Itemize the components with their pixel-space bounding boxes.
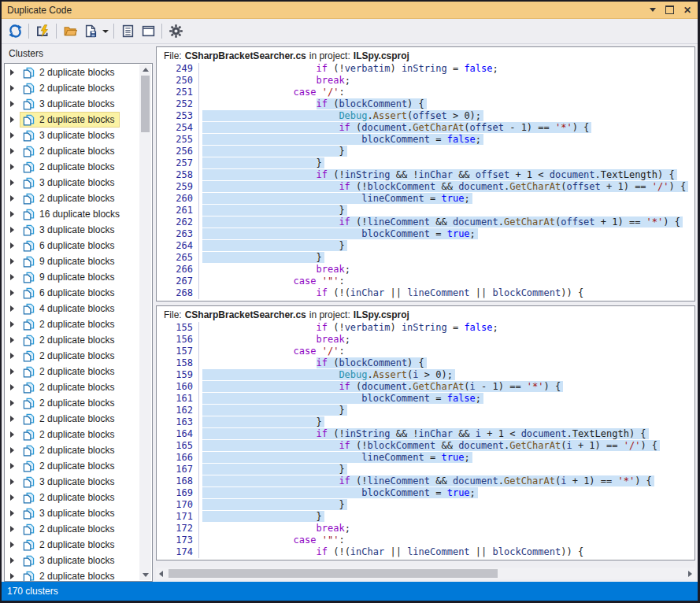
expander-icon[interactable] — [10, 463, 14, 469]
cluster-tree-item[interactable]: 2 duplicate blocks — [5, 191, 139, 206]
expander-icon[interactable] — [10, 573, 14, 579]
cluster-tree-item[interactable]: 3 duplicate blocks — [5, 175, 139, 191]
expander-icon[interactable] — [10, 101, 14, 107]
cluster-tree-item[interactable]: 2 duplicate blocks — [5, 442, 139, 458]
expander-icon[interactable] — [10, 479, 14, 485]
code-line[interactable]: 162 } — [157, 405, 694, 416]
expander-icon[interactable] — [10, 447, 14, 453]
cluster-tree-item[interactable]: 3 duplicate blocks — [5, 553, 139, 568]
code-line[interactable]: 155 if (!verbatim) inString = false; — [157, 322, 694, 334]
open-folder-button[interactable] — [60, 22, 80, 41]
cluster-tree-item[interactable]: 2 duplicate blocks — [5, 364, 139, 379]
cluster-tree-item[interactable]: 3 duplicate blocks — [5, 474, 139, 490]
expander-icon[interactable] — [10, 526, 14, 532]
expander-icon[interactable] — [10, 117, 14, 123]
code-line[interactable]: 249 if (!verbatim) inString = false; — [157, 63, 694, 75]
code-line[interactable]: 167 } — [157, 464, 694, 475]
cluster-tree-item[interactable]: 2 duplicate blocks — [5, 568, 139, 581]
expander-icon[interactable] — [10, 368, 14, 375]
export-save-button[interactable] — [80, 22, 101, 41]
expander-icon[interactable] — [10, 274, 14, 280]
code-line[interactable]: 254 if (document.GetCharAt(offset - 1) =… — [157, 122, 694, 134]
expander-icon[interactable] — [10, 258, 14, 265]
cluster-tree-item[interactable]: 2 duplicate blocks — [5, 143, 139, 159]
settings-button[interactable] — [165, 22, 186, 41]
cluster-tree-item[interactable]: 2 duplicate blocks — [5, 332, 139, 348]
code-line[interactable]: 268 if (!(inChar || lineComment || block… — [157, 287, 694, 299]
expander-icon[interactable] — [10, 179, 14, 186]
expander-icon[interactable] — [10, 542, 14, 548]
expander-icon[interactable] — [10, 148, 14, 154]
expander-icon[interactable] — [10, 321, 14, 327]
code-line[interactable]: 258 if (!inString && !inChar && offset +… — [157, 169, 694, 181]
cluster-tree-item[interactable]: 2 duplicate blocks — [5, 395, 139, 411]
report-view-button[interactable] — [117, 22, 138, 41]
scrollbar-thumb[interactable] — [169, 569, 498, 578]
expander-icon[interactable] — [10, 431, 14, 438]
expander-icon[interactable] — [10, 494, 14, 501]
expander-icon[interactable] — [10, 305, 14, 312]
cluster-tree-item[interactable]: 2 duplicate blocks — [5, 316, 139, 332]
expander-icon[interactable] — [10, 337, 14, 343]
code-line[interactable]: 163 } — [157, 416, 694, 428]
code-line[interactable]: 166 lineComment = true; — [157, 452, 694, 464]
code-line[interactable]: 257 } — [157, 157, 694, 169]
cluster-tree-item[interactable]: 2 duplicate blocks — [5, 159, 139, 175]
cluster-tree-item[interactable]: 9 duplicate blocks — [5, 253, 139, 269]
cluster-tree-item[interactable]: 2 duplicate blocks — [5, 65, 139, 80]
code-line[interactable]: 251 case '/': — [157, 87, 694, 98]
maximize-button[interactable] — [665, 4, 674, 17]
refresh-button[interactable] — [5, 22, 25, 41]
scroll-left-button[interactable] — [156, 568, 166, 579]
code-line[interactable]: 156 break; — [157, 334, 694, 346]
clusters-scrollbar[interactable] — [139, 65, 151, 580]
cluster-tree-item[interactable]: 2 duplicate blocks — [5, 411, 139, 427]
run-analysis-button[interactable] — [32, 22, 53, 41]
cluster-tree-item[interactable]: 2 duplicate blocks — [5, 490, 139, 505]
code-line[interactable]: 160 if (document.GetCharAt(i - 1) == '*'… — [157, 381, 694, 393]
cluster-tree-item[interactable]: 2 duplicate blocks — [5, 458, 139, 474]
scrollbar-thumb[interactable] — [141, 76, 150, 132]
expander-icon[interactable] — [10, 227, 14, 233]
code-line[interactable]: 159 Debug.Assert(i > 0); — [157, 369, 694, 381]
code-line[interactable]: 262 if (!lineComment && document.GetChar… — [157, 216, 694, 228]
titlebar[interactable]: Duplicate Code ✕ — [2, 2, 698, 19]
expander-icon[interactable] — [10, 211, 14, 217]
code-line[interactable]: 165 if (!blockComment && document.GetCha… — [157, 440, 694, 452]
expander-icon[interactable] — [10, 557, 14, 564]
code-line[interactable]: 169 blockComment = true; — [157, 487, 694, 499]
export-dropdown-button[interactable] — [101, 22, 110, 41]
expander-icon[interactable] — [10, 384, 14, 390]
code-line[interactable]: 252 if (blockComment) { — [157, 98, 694, 110]
code-line[interactable]: 174 if (!(inChar || lineComment || block… — [157, 546, 694, 558]
code-line[interactable]: 259 if (!blockComment && document.GetCha… — [157, 181, 694, 193]
code-line[interactable]: 171 } — [157, 511, 694, 523]
code-line[interactable]: 253 Debug.Assert(offset > 0); — [157, 110, 694, 122]
code-line[interactable]: 265 } — [157, 252, 694, 264]
horizontal-scrollbar[interactable] — [156, 568, 695, 579]
cluster-tree-item[interactable]: 3 duplicate blocks — [5, 222, 139, 238]
code-line[interactable]: 172 break; — [157, 523, 694, 535]
cluster-tree-item[interactable]: 9 duplicate blocks — [5, 269, 139, 285]
code-line[interactable]: 164 if (!inString && !inChar && i + 1 < … — [157, 428, 694, 440]
code-line[interactable]: 267 case '"': — [157, 276, 694, 287]
code-line[interactable]: 170 } — [157, 499, 694, 511]
scroll-up-button[interactable] — [139, 65, 151, 75]
expander-icon[interactable] — [10, 242, 14, 249]
expander-icon[interactable] — [10, 195, 14, 202]
code-line[interactable]: 260 lineComment = true; — [157, 193, 694, 205]
cluster-tree-item[interactable]: 16 duplicate blocks — [5, 206, 139, 222]
expander-icon[interactable] — [10, 164, 14, 170]
code-line[interactable]: 250 break; — [157, 75, 694, 87]
code-line[interactable]: 173 case '"': — [157, 535, 694, 546]
close-button[interactable]: ✕ — [683, 4, 691, 17]
expander-icon[interactable] — [10, 290, 14, 296]
code-line[interactable]: 255 blockComment = false; — [157, 134, 694, 146]
expander-icon[interactable] — [10, 416, 14, 422]
expander-icon[interactable] — [10, 353, 14, 359]
cluster-tree-item[interactable]: 3 duplicate blocks — [5, 96, 139, 112]
cluster-tree-item[interactable]: 2 duplicate blocks — [5, 537, 139, 553]
cluster-tree-item[interactable]: 2 duplicate blocks — [5, 348, 139, 364]
cluster-tree-item[interactable]: 2 duplicate blocks — [5, 427, 139, 442]
scroll-right-button[interactable] — [685, 568, 695, 579]
